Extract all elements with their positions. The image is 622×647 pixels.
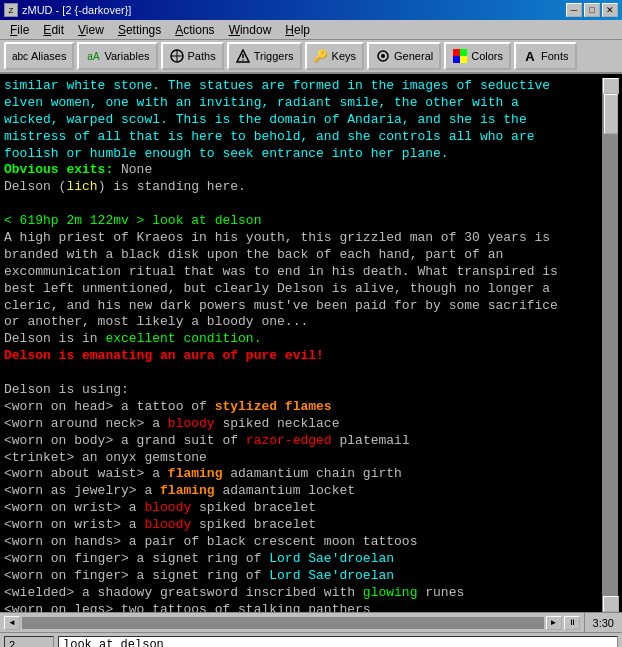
scroll-up-button[interactable]: ▲ (603, 78, 619, 94)
triggers-button[interactable]: Triggers (227, 42, 302, 70)
keys-button[interactable]: 🔑 Keys (305, 42, 364, 70)
terminal-line: Delson is using: (4, 382, 602, 399)
menu-view[interactable]: View (72, 21, 110, 39)
terminal-line: <worn on wrist> a bloody spiked bracelet (4, 517, 602, 534)
terminal-line: foolish or humble enough to seek entranc… (4, 146, 602, 163)
fonts-icon: A (522, 48, 538, 64)
general-icon (375, 48, 391, 64)
terminal-line: <worn on legs> two tattoos of stalking p… (4, 602, 602, 612)
scroll-right-button[interactable]: ► (546, 616, 562, 630)
terminal-line: <wielded> a shadowy greatsword inscribed… (4, 585, 602, 602)
svg-rect-9 (460, 49, 467, 56)
terminal-line: branded with a black disk upon the back … (4, 247, 602, 264)
terminal-line: <worn on finger> a signet ring of Lord S… (4, 551, 602, 568)
maximize-button[interactable]: □ (584, 3, 600, 17)
terminal-line: <worn on wrist> a bloody spiked bracelet (4, 500, 602, 517)
svg-rect-11 (460, 56, 467, 63)
terminal-line: or another, most likely a bloody one... (4, 314, 602, 331)
terminal-line: Delson (lich) is standing here. (4, 179, 602, 196)
h-scroll-track (22, 617, 544, 629)
menu-help[interactable]: Help (279, 21, 316, 39)
terminal-line: <worn on body> a grand suit of razor-edg… (4, 433, 602, 450)
terminal-line: <trinket> an onyx gemstone (4, 450, 602, 467)
terminal-line: best left unmentioned, but clearly Delso… (4, 281, 602, 298)
paths-button[interactable]: Paths (161, 42, 224, 70)
terminal-line: wicked, warped scowl. This is the domain… (4, 112, 602, 129)
scroll-thumb[interactable] (604, 94, 618, 134)
horizontal-scroll-area: ◄ ► ⏸ (0, 616, 584, 630)
terminal-line: <worn on head> a tattoo of stylized flam… (4, 399, 602, 416)
world-number: 2 (4, 636, 54, 648)
svg-point-7 (381, 54, 385, 58)
status-time: 3:30 (584, 613, 622, 632)
triggers-icon (235, 48, 251, 64)
terminal-line: <worn about waist> a flaming adamantium … (4, 466, 602, 483)
terminal-line (4, 365, 602, 382)
terminal-line: excommunication ritual that was to end i… (4, 264, 602, 281)
terminal-line: similar white stone. The statues are for… (4, 78, 602, 95)
general-button[interactable]: General (367, 42, 441, 70)
terminal-aura: Delson is emanating an aura of pure evil… (4, 348, 602, 365)
menu-file[interactable]: File (4, 21, 35, 39)
menu-window[interactable]: Window (223, 21, 278, 39)
svg-rect-8 (453, 49, 460, 56)
window-title: zMUD - [2 {-darkover}] (22, 4, 131, 16)
fonts-button[interactable]: A Fonts (514, 42, 577, 70)
terminal-line: <worn on finger> a signet ring of Lord S… (4, 568, 602, 585)
menu-settings[interactable]: Settings (112, 21, 167, 39)
aliases-icon: abc (12, 48, 28, 64)
vertical-scrollbar[interactable]: ▲ ▼ (602, 78, 618, 612)
aliases-button[interactable]: abc Aliases (4, 42, 74, 70)
paths-icon (169, 48, 185, 64)
status-bar: ◄ ► ⏸ 3:30 (0, 612, 622, 632)
terminal-line: <worn around neck> a bloody spiked neckl… (4, 416, 602, 433)
variables-icon: aA (85, 48, 101, 64)
menu-actions[interactable]: Actions (169, 21, 220, 39)
colors-icon (452, 48, 468, 64)
terminal-text: similar white stone. The statues are for… (4, 78, 602, 612)
title-bar: Z zMUD - [2 {-darkover}] ─ □ ✕ (0, 0, 622, 20)
minimize-button[interactable]: ─ (566, 3, 582, 17)
scroll-down-button[interactable]: ▼ (603, 596, 619, 612)
terminal-line: A high priest of Kraeos in his youth, th… (4, 230, 602, 247)
terminal-line: <worn as jewelry> a flaming adamantium l… (4, 483, 602, 500)
terminal-line: elven women, one with an inviting, radia… (4, 95, 602, 112)
pause-button[interactable]: ⏸ (564, 616, 580, 630)
terminal-line (4, 196, 602, 213)
toolbar: abc Aliases aA Variables Paths Triggers … (0, 40, 622, 74)
terminal-line: cleric, and his new dark powers must've … (4, 298, 602, 315)
keys-icon: 🔑 (313, 48, 329, 64)
app-icon: Z (4, 3, 18, 17)
menu-edit[interactable]: Edit (37, 21, 70, 39)
terminal-line: Obvious exits: None (4, 162, 602, 179)
terminal-area: similar white stone. The statues are for… (0, 74, 622, 612)
colors-button[interactable]: Colors (444, 42, 511, 70)
terminal-line: Delson is in excellent condition. (4, 331, 602, 348)
close-button[interactable]: ✕ (602, 3, 618, 17)
svg-rect-10 (453, 56, 460, 63)
scroll-left-button[interactable]: ◄ (4, 616, 20, 630)
terminal-line: <worn on hands> a pair of black crescent… (4, 534, 602, 551)
menu-bar: File Edit View Settings Actions Window H… (0, 20, 622, 40)
input-bar: 2 (0, 632, 622, 647)
variables-button[interactable]: aA Variables (77, 42, 157, 70)
command-input[interactable] (58, 636, 618, 648)
svg-point-5 (242, 59, 244, 61)
scroll-track (603, 94, 618, 596)
terminal-line: mistress of all that is here to behold, … (4, 129, 602, 146)
terminal-prompt: < 619hp 2m 122mv > look at delson (4, 213, 602, 230)
